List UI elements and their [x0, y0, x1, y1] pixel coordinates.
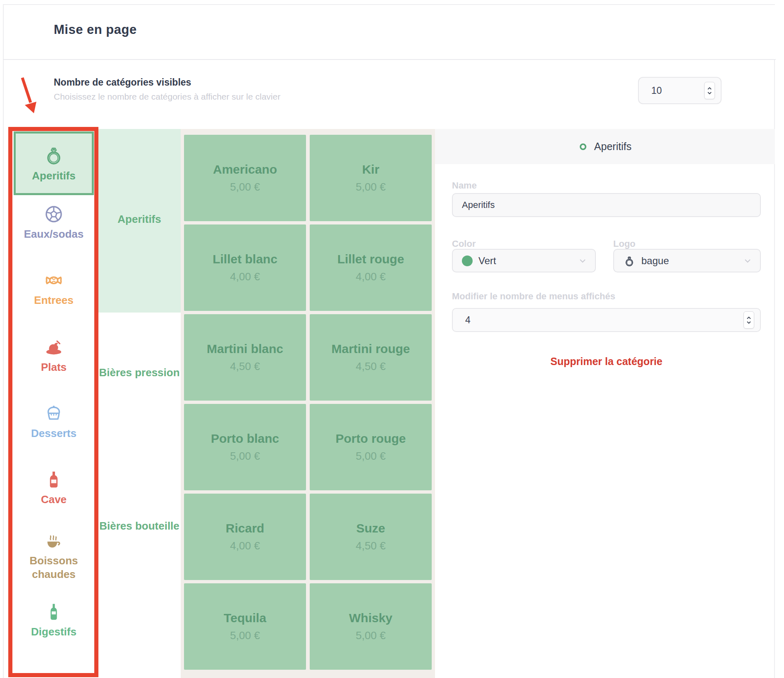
- color-select[interactable]: Vert: [452, 249, 596, 272]
- visible-categories-value: 10: [651, 85, 662, 96]
- coffee-cup-icon: [44, 531, 64, 551]
- sidebar-item-boissons-chaudes[interactable]: Boissons chaudes: [14, 531, 94, 581]
- sidebar-item-label: Cave: [41, 493, 67, 506]
- wine-bottle-icon: [44, 470, 64, 489]
- category-section-aperitifs[interactable]: Aperitifs: [98, 212, 181, 226]
- menu-tile-name: Martini blanc: [207, 342, 283, 356]
- category-section-bi-res-pression[interactable]: Bières pression: [98, 366, 181, 380]
- menu-tile-name: Americano: [213, 162, 277, 177]
- ring-icon: [623, 255, 636, 267]
- sidebar-item-eaux-sodas[interactable]: Eaux/sodas: [14, 204, 94, 241]
- menu-tile-americano[interactable]: Americano5,00 €: [184, 135, 306, 221]
- annotation-arrow-icon: [12, 70, 45, 120]
- menu-tile-price: 4,00 €: [356, 270, 385, 283]
- sidebar-item-label: Desserts: [31, 427, 76, 440]
- menu-tile-lillet-rouge[interactable]: Lillet rouge4,00 €: [310, 224, 432, 311]
- menu-tile-price: 5,00 €: [230, 181, 260, 193]
- menu-tile-name: Martini rouge: [331, 342, 410, 356]
- card-left-border: [3, 4, 4, 678]
- menu-tile-suze[interactable]: Suze4,50 €: [310, 494, 432, 580]
- menu-tile-name: Tequila: [224, 611, 266, 625]
- sidebar-item-digestifs[interactable]: Digestifs: [14, 602, 94, 639]
- sidebar-item-label: Digestifs: [31, 625, 76, 639]
- ring-icon: [43, 144, 65, 166]
- sidebar-item-label: Eaux/sodas: [24, 227, 84, 241]
- menu-tile-lillet-blanc[interactable]: Lillet blanc4,00 €: [184, 224, 306, 311]
- name-label: Name: [452, 180, 477, 191]
- menu-tile-grid: Americano5,00 €Kir5,00 €Lillet blanc4,00…: [184, 135, 432, 670]
- delete-category-button[interactable]: Supprimer la catégorie: [452, 356, 761, 368]
- category-detail-header: Aperitifs: [435, 129, 775, 164]
- candy-icon: [44, 270, 64, 290]
- category-section-bi-res-bouteille[interactable]: Bières bouteille: [98, 519, 181, 533]
- menu-tile-price: 4,00 €: [230, 540, 260, 552]
- visible-categories-label: Nombre de catégories visibles: [54, 77, 191, 88]
- menu-tile-kir[interactable]: Kir5,00 €: [310, 135, 432, 221]
- menu-tile-tequila[interactable]: Tequila5,00 €: [184, 583, 306, 670]
- menu-tile-name: Lillet blanc: [213, 252, 277, 266]
- sidebar-item-aperitifs[interactable]: Aperitifs: [14, 131, 94, 195]
- menu-tile-name: Ricard: [226, 521, 264, 535]
- color-label: Color: [452, 239, 476, 249]
- menu-tile-name: Whisky: [349, 611, 392, 625]
- color-swatch: [462, 255, 473, 266]
- stepper-arrows-icon[interactable]: [743, 311, 754, 329]
- menus-count-label: Modifier le nombre de menus affichés: [452, 291, 615, 302]
- menu-tile-price: 4,00 €: [230, 270, 260, 283]
- sidebar-item-label: Plats: [41, 360, 67, 374]
- menus-count-stepper[interactable]: 4: [452, 308, 761, 332]
- menu-tile-martini-blanc[interactable]: Martini blanc4,50 €: [184, 314, 306, 401]
- cupcake-icon: [44, 403, 64, 423]
- page-title: Mise en page: [54, 22, 137, 37]
- logo-label: Logo: [613, 239, 636, 249]
- menu-tile-price: 4,50 €: [356, 540, 385, 552]
- name-field-value: Aperitifs: [462, 200, 495, 210]
- sidebar-item-label: Boissons chaudes: [14, 554, 94, 581]
- card-top-border: [3, 4, 775, 5]
- layout-settings-page: Mise en page Nombre de catégories visibl…: [0, 0, 784, 678]
- color-select-value: Vert: [478, 255, 496, 267]
- menu-tile-name: Lillet rouge: [337, 252, 404, 266]
- logo-select-value: bague: [641, 255, 669, 267]
- bottle-icon: [44, 602, 64, 622]
- menu-tile-name: Porto blanc: [211, 432, 279, 446]
- menu-tile-ricard[interactable]: Ricard4,00 €: [184, 494, 306, 580]
- logo-select[interactable]: bague: [613, 249, 761, 272]
- menu-tile-porto-blanc[interactable]: Porto blanc5,00 €: [184, 404, 306, 490]
- chevron-down-icon: [744, 259, 751, 263]
- menu-tile-price: 5,00 €: [230, 450, 260, 463]
- visible-categories-stepper[interactable]: 10: [638, 77, 722, 104]
- menus-count-value: 4: [465, 315, 471, 326]
- category-color-ring-icon: [578, 142, 588, 151]
- sidebar-item-label: Entrees: [34, 294, 73, 307]
- sidebar-item-label: Aperitifs: [32, 169, 75, 183]
- menu-tile-whisky[interactable]: Whisky5,00 €: [310, 583, 432, 670]
- menu-tile-price: 5,00 €: [356, 629, 385, 642]
- menu-tile-price: 5,00 €: [356, 450, 385, 463]
- soccer-ball-icon: [44, 204, 64, 224]
- stepper-arrows-icon[interactable]: [704, 82, 715, 99]
- category-detail-title: Aperitifs: [594, 141, 631, 153]
- sidebar-item-desserts[interactable]: Desserts: [14, 403, 94, 440]
- sidebar-item-plats[interactable]: Plats: [14, 337, 94, 374]
- menu-tile-price: 5,00 €: [230, 629, 260, 642]
- menu-tile-name: Suze: [356, 521, 385, 535]
- menu-tile-martini-rouge[interactable]: Martini rouge4,50 €: [310, 314, 432, 401]
- menu-tile-price: 4,50 €: [230, 360, 260, 373]
- menu-tile-porto-rouge[interactable]: Porto rouge5,00 €: [310, 404, 432, 490]
- roast-chicken-icon: [44, 337, 64, 357]
- sidebar-item-entrees[interactable]: Entrees: [14, 270, 94, 307]
- header-divider: [3, 59, 776, 60]
- menu-tile-price: 5,00 €: [356, 181, 385, 193]
- chevron-down-icon: [579, 259, 586, 263]
- visible-categories-sublabel: Choisissez le nombre de catégories à aff…: [54, 92, 280, 102]
- menu-tile-price: 4,50 €: [356, 360, 385, 373]
- name-field[interactable]: Aperitifs: [452, 193, 761, 217]
- sidebar-item-cave[interactable]: Cave: [14, 470, 94, 506]
- menu-tile-name: Kir: [362, 162, 380, 177]
- menu-tile-name: Porto rouge: [336, 432, 406, 446]
- category-sidebar: Aperitifs Eaux/sodas Entrees Plats Desse…: [12, 131, 94, 673]
